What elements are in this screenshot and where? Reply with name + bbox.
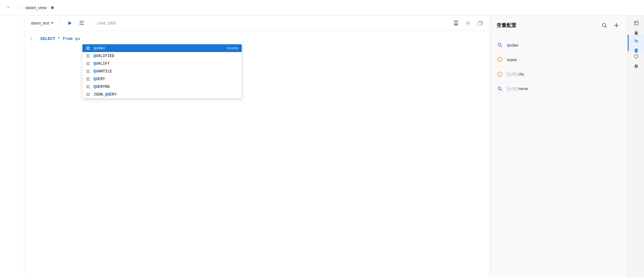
keyword-select: SELECT xyxy=(40,37,55,41)
ac-label-qualified: QUALIFIED xyxy=(93,54,236,58)
sidebar-tab-datasource-label: 目数据源信息 xyxy=(634,28,639,31)
variable-search-icon-name xyxy=(497,85,503,92)
svg-rect-1 xyxy=(79,21,84,21)
sidebar-tab-variables[interactable]: fx 变量配置 xyxy=(628,35,644,51)
unsaved-dot xyxy=(51,6,54,9)
search-icon xyxy=(602,23,607,28)
ac-item-qudao[interactable]: qudao Variable xyxy=(82,44,242,52)
add-tab-icon[interactable]: + xyxy=(6,5,11,10)
ac-icon-quantile xyxy=(86,69,91,73)
variable-item-name[interactable]: [公共] name xyxy=(494,82,623,96)
main-layout: datart_test Limit: 1000 xyxy=(0,15,644,277)
svg-rect-2 xyxy=(79,23,83,23)
ac-icon-qualified xyxy=(86,54,91,58)
variable-list: qudao eqwe [公共] city xyxy=(490,34,627,99)
svg-rect-8 xyxy=(478,22,481,26)
variable-name-name: [公共] name xyxy=(507,86,528,91)
gear-icon xyxy=(466,21,471,26)
ac-item-quantile[interactable]: QUANTILE xyxy=(82,67,242,75)
ac-item-json-query[interactable]: JSON_QUERY xyxy=(82,91,242,98)
svg-rect-3 xyxy=(79,24,84,25)
line-number: 1 xyxy=(24,35,38,43)
ac-label-qudao: qudao xyxy=(93,46,224,50)
search-variables-button[interactable] xyxy=(600,21,609,30)
ac-icon-queryno xyxy=(86,85,91,89)
variable-shield-icon-eqwe xyxy=(497,56,503,63)
chevron-down-icon xyxy=(51,22,53,24)
ac-label-quantile: QUANTILE xyxy=(93,69,236,74)
tab-title: datart_view xyxy=(25,5,47,10)
format-icon xyxy=(79,21,84,25)
variable-name-eqwe: eqwe xyxy=(507,57,517,62)
permissions-icon xyxy=(634,54,638,60)
svg-line-14 xyxy=(501,46,502,47)
variable-search-icon-qudao xyxy=(497,42,503,48)
add-variable-button[interactable] xyxy=(612,21,621,30)
variable-name-city: [公共] city xyxy=(507,72,524,77)
title-bar: + ⋮ datart_view xyxy=(0,0,644,15)
more-options-icon[interactable]: ⋮ xyxy=(15,5,21,10)
keyword-from: from xyxy=(63,37,73,41)
variable-name-qudao: qudao xyxy=(507,43,519,47)
ac-icon-query xyxy=(86,77,91,81)
variable-item-city[interactable]: [公共] city xyxy=(494,67,623,82)
ac-icon-qudao xyxy=(86,46,91,50)
ac-label-json-query: JSON_QUERY xyxy=(93,92,236,97)
format-button[interactable] xyxy=(77,18,87,28)
limit-display: Limit: 1000 xyxy=(97,21,116,25)
editor-line-1: 1 SELECT * from qu xyxy=(24,35,490,43)
ac-badge-qudao: Variable xyxy=(227,46,238,50)
datasource-icon xyxy=(634,21,638,27)
divider-2 xyxy=(91,20,92,26)
copy-icon xyxy=(478,21,483,26)
right-panel: 变量配置 xyxy=(490,15,627,277)
left-gutter xyxy=(0,15,24,277)
divider-1 xyxy=(60,20,60,26)
variable-item-qudao[interactable]: qudao xyxy=(494,38,623,52)
code-star: * xyxy=(58,37,63,41)
settings-button[interactable] xyxy=(463,18,473,28)
run-button[interactable] xyxy=(65,18,75,28)
variable-item-eqwe[interactable]: eqwe xyxy=(494,52,623,67)
code-input: qu xyxy=(75,37,80,41)
svg-rect-6 xyxy=(455,23,457,25)
editor-toolbar: datart_test Limit: 1000 xyxy=(24,15,490,31)
autocomplete-dropdown[interactable]: qudao Variable QUALIFIED xyxy=(82,44,242,99)
variables-icon: fx xyxy=(635,38,638,44)
play-icon xyxy=(67,21,72,26)
ac-item-qualified[interactable]: QUALIFIED xyxy=(82,52,242,60)
variable-prefix-city: [公共] xyxy=(507,72,518,76)
ac-label-query: QUERY xyxy=(93,77,236,81)
svg-point-7 xyxy=(467,22,469,24)
right-panel-title: 变量配置 xyxy=(497,22,516,29)
svg-rect-5 xyxy=(455,21,457,22)
save-button[interactable] xyxy=(451,18,461,28)
save-icon xyxy=(454,21,458,26)
ac-label-queryno: QUERYNO xyxy=(93,85,236,89)
sidebar-tab-permissions-label: 列权限 xyxy=(634,61,639,63)
sidebar-tab-datasource[interactable]: 目数据源信息 xyxy=(628,18,644,35)
database-selector[interactable]: datart_test xyxy=(29,20,56,26)
sidebar-tab-variables-label: 变量配置 xyxy=(634,45,639,48)
ac-icon-qualify xyxy=(86,62,91,66)
database-name: datart_test xyxy=(31,21,49,25)
right-sidebar: 目数据源信息 fx 变量配置 列权限 xyxy=(627,15,644,277)
variable-prefix-name: [公共] xyxy=(507,86,518,91)
right-panel-header: 变量配置 xyxy=(490,15,627,34)
copy-button[interactable] xyxy=(475,18,485,28)
svg-rect-17 xyxy=(634,21,638,25)
ac-item-query[interactable]: QUERY xyxy=(82,75,242,83)
ac-item-queryno[interactable]: QUERYNO xyxy=(82,83,242,91)
editor-area: datart_test Limit: 1000 xyxy=(24,15,490,277)
variable-shield-icon-city xyxy=(497,71,503,77)
ac-item-qualify[interactable]: QUALIFY xyxy=(82,60,242,67)
editor-content[interactable]: 1 SELECT * from qu xyxy=(24,31,490,277)
svg-line-10 xyxy=(605,26,607,28)
svg-line-16 xyxy=(501,89,502,91)
ac-label-qualify: QUALIFY xyxy=(93,61,236,66)
right-panel-actions xyxy=(600,21,621,30)
line-code: SELECT * from qu xyxy=(38,35,490,43)
svg-marker-0 xyxy=(68,21,72,25)
ac-icon-json-query xyxy=(86,93,91,96)
sidebar-tab-permissions[interactable]: 列权限 xyxy=(628,51,644,66)
